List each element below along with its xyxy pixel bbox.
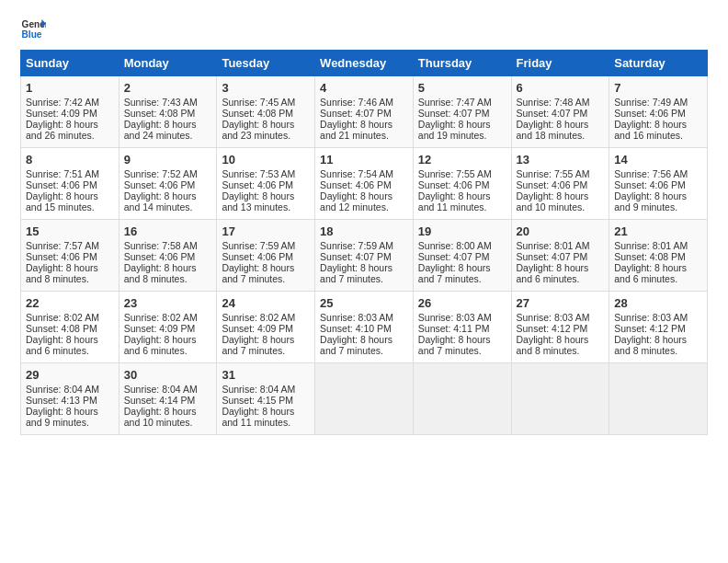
sunset: Sunset: 4:08 PM	[26, 323, 97, 334]
sunrise: Sunrise: 8:02 AM	[124, 312, 198, 323]
daylight: Daylight: 8 hours and 8 minutes.	[517, 334, 589, 356]
daylight: Daylight: 8 hours and 11 minutes.	[222, 406, 294, 428]
day-number: 20	[517, 224, 605, 238]
logo-icon: General Blue	[20, 17, 46, 42]
day-cell: 27Sunrise: 8:03 AMSunset: 4:12 PMDayligh…	[511, 292, 609, 363]
day-cell	[413, 363, 511, 435]
header-row: SundayMondayTuesdayWednesdayThursdayFrid…	[21, 51, 708, 76]
sunrise: Sunrise: 7:57 AM	[26, 240, 99, 251]
day-cell	[511, 363, 609, 435]
sunrise: Sunrise: 7:59 AM	[222, 240, 295, 251]
day-number: 31	[222, 368, 310, 382]
sunrise: Sunrise: 7:49 AM	[614, 97, 688, 108]
day-cell	[315, 363, 414, 435]
sunrise: Sunrise: 7:46 AM	[320, 97, 393, 108]
daylight: Daylight: 8 hours and 7 minutes.	[418, 334, 491, 356]
day-cell: 28Sunrise: 8:03 AMSunset: 4:12 PMDayligh…	[609, 292, 708, 363]
sunrise: Sunrise: 7:47 AM	[418, 97, 492, 108]
sunrise: Sunrise: 7:56 AM	[614, 168, 688, 179]
day-number: 16	[124, 224, 212, 238]
daylight: Daylight: 8 hours and 21 minutes.	[320, 119, 392, 141]
sunrise: Sunrise: 7:55 AM	[418, 168, 492, 179]
sunset: Sunset: 4:06 PM	[222, 251, 293, 262]
page-container: General Blue SundayMondayTuesdayWednesda…	[0, 0, 728, 446]
daylight: Daylight: 8 hours and 13 minutes.	[222, 190, 294, 213]
sunrise: Sunrise: 8:04 AM	[124, 384, 198, 395]
sunrise: Sunrise: 8:00 AM	[418, 240, 492, 251]
sunset: Sunset: 4:15 PM	[222, 395, 293, 406]
day-number: 8	[26, 153, 114, 167]
sunrise: Sunrise: 8:04 AM	[26, 384, 99, 395]
week-row-4: 22Sunrise: 8:02 AMSunset: 4:08 PMDayligh…	[21, 292, 708, 363]
daylight: Daylight: 8 hours and 8 minutes.	[26, 262, 98, 284]
sunset: Sunset: 4:06 PM	[614, 108, 686, 119]
sunrise: Sunrise: 8:02 AM	[26, 312, 99, 323]
sunset: Sunset: 4:09 PM	[222, 323, 293, 334]
sunrise: Sunrise: 7:52 AM	[124, 168, 198, 179]
day-number: 14	[614, 153, 702, 167]
col-header-thursday: Thursday	[413, 51, 511, 76]
sunrise: Sunrise: 7:55 AM	[517, 168, 590, 179]
day-number: 29	[26, 368, 114, 382]
day-cell	[609, 363, 708, 435]
daylight: Daylight: 8 hours and 10 minutes.	[517, 190, 589, 213]
sunset: Sunset: 4:09 PM	[26, 108, 97, 119]
sunrise: Sunrise: 7:58 AM	[124, 240, 198, 251]
daylight: Daylight: 8 hours and 7 minutes.	[320, 262, 392, 284]
sunset: Sunset: 4:08 PM	[614, 251, 686, 262]
daylight: Daylight: 8 hours and 7 minutes.	[320, 334, 392, 356]
day-number: 30	[124, 368, 212, 382]
sunrise: Sunrise: 7:45 AM	[222, 97, 295, 108]
daylight: Daylight: 8 hours and 8 minutes.	[124, 262, 197, 284]
daylight: Daylight: 8 hours and 14 minutes.	[124, 190, 197, 213]
sunrise: Sunrise: 8:03 AM	[517, 312, 590, 323]
daylight: Daylight: 8 hours and 12 minutes.	[320, 190, 392, 213]
day-cell: 7Sunrise: 7:49 AMSunset: 4:06 PMDaylight…	[609, 76, 708, 148]
daylight: Daylight: 8 hours and 19 minutes.	[418, 119, 491, 141]
daylight: Daylight: 8 hours and 7 minutes.	[418, 262, 491, 284]
daylight: Daylight: 8 hours and 8 minutes.	[614, 334, 687, 356]
daylight: Daylight: 8 hours and 18 minutes.	[517, 119, 589, 141]
day-cell: 25Sunrise: 8:03 AMSunset: 4:10 PMDayligh…	[315, 292, 414, 363]
day-cell: 8Sunrise: 7:51 AMSunset: 4:06 PMDaylight…	[21, 148, 119, 220]
daylight: Daylight: 8 hours and 15 minutes.	[26, 190, 98, 213]
daylight: Daylight: 8 hours and 24 minutes.	[124, 119, 197, 141]
sunset: Sunset: 4:07 PM	[418, 251, 490, 262]
day-cell: 4Sunrise: 7:46 AMSunset: 4:07 PMDaylight…	[315, 76, 414, 148]
day-number: 27	[517, 296, 605, 310]
sunrise: Sunrise: 7:53 AM	[222, 168, 295, 179]
day-cell: 18Sunrise: 7:59 AMSunset: 4:07 PMDayligh…	[315, 220, 414, 292]
week-row-2: 8Sunrise: 7:51 AMSunset: 4:06 PMDaylight…	[21, 148, 708, 220]
sunrise: Sunrise: 8:03 AM	[320, 312, 393, 323]
sunrise: Sunrise: 7:51 AM	[26, 168, 99, 179]
day-number: 3	[222, 81, 310, 95]
sunrise: Sunrise: 7:42 AM	[26, 97, 99, 108]
day-number: 22	[26, 296, 114, 310]
day-cell: 5Sunrise: 7:47 AMSunset: 4:07 PMDaylight…	[413, 76, 511, 148]
sunrise: Sunrise: 7:59 AM	[320, 240, 393, 251]
sunset: Sunset: 4:06 PM	[320, 179, 392, 190]
day-number: 1	[26, 81, 114, 95]
day-cell: 26Sunrise: 8:03 AMSunset: 4:11 PMDayligh…	[413, 292, 511, 363]
sunrise: Sunrise: 8:04 AM	[222, 384, 295, 395]
sunset: Sunset: 4:08 PM	[222, 108, 293, 119]
daylight: Daylight: 8 hours and 6 minutes.	[26, 334, 98, 356]
day-cell: 20Sunrise: 8:01 AMSunset: 4:07 PMDayligh…	[511, 220, 609, 292]
day-cell: 1Sunrise: 7:42 AMSunset: 4:09 PMDaylight…	[21, 76, 119, 148]
sunrise: Sunrise: 8:01 AM	[517, 240, 590, 251]
day-number: 13	[517, 153, 605, 167]
logo: General Blue	[20, 17, 46, 42]
day-number: 11	[320, 153, 408, 167]
daylight: Daylight: 8 hours and 11 minutes.	[418, 190, 491, 213]
day-number: 10	[222, 153, 310, 167]
sunrise: Sunrise: 7:43 AM	[124, 97, 198, 108]
day-number: 7	[614, 81, 702, 95]
sunset: Sunset: 4:07 PM	[418, 108, 490, 119]
day-number: 21	[614, 224, 702, 238]
sunset: Sunset: 4:12 PM	[517, 323, 588, 334]
day-cell: 6Sunrise: 7:48 AMSunset: 4:07 PMDaylight…	[511, 76, 609, 148]
daylight: Daylight: 8 hours and 10 minutes.	[124, 406, 197, 428]
day-cell: 17Sunrise: 7:59 AMSunset: 4:06 PMDayligh…	[217, 220, 315, 292]
day-number: 15	[26, 224, 114, 238]
svg-text:Blue: Blue	[22, 29, 42, 40]
